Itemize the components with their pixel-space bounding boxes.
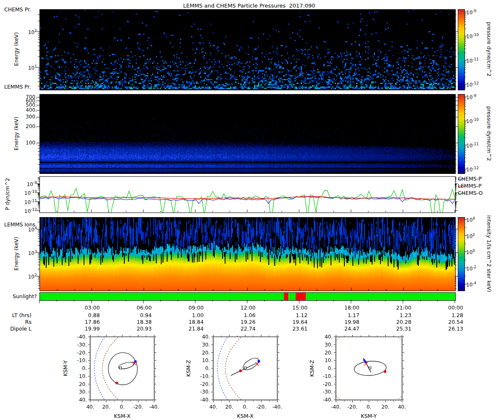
ephemeris-value: 1.28 xyxy=(434,312,463,318)
tick-label: 102 xyxy=(466,233,475,239)
orbit-ytick-label: 10. xyxy=(194,357,210,363)
sunlight-off-segment xyxy=(284,293,288,300)
orbit-xtick-label: -20. xyxy=(344,404,361,410)
orbit2-xlabel: KSM-X xyxy=(228,413,262,419)
ephemeris-value: 22.74 xyxy=(226,326,256,332)
orbit-xtick-label: 0. xyxy=(114,404,131,410)
legend-label-chems-o: CHEMS-O xyxy=(458,190,483,196)
spectrogram-lemms-ions xyxy=(39,217,456,291)
ephemeris-value: 19.99 xyxy=(71,326,100,332)
orbit-xtick-label: 40. xyxy=(82,404,99,410)
ephemeris-value: 19.98 xyxy=(330,319,360,325)
ephemeris-row-label-rs: Rs xyxy=(0,319,32,325)
tick-label: 100. xyxy=(18,140,37,146)
tick-label: 10-9 xyxy=(466,94,476,100)
time-tick-label: 03:00 xyxy=(71,304,100,311)
colorbar1-label: pressure dyne/cm^2 xyxy=(486,22,492,77)
ephemeris-value: 21.84 xyxy=(174,326,204,332)
colorbar4-label: intensity 1/(s cm^2 ster keV) xyxy=(486,215,492,292)
tick-label: 100 xyxy=(466,249,475,255)
orbit-ytick-label: 20. xyxy=(71,381,87,387)
ephemeris-value: 18.84 xyxy=(174,319,204,325)
spectrogram-chems-canvas xyxy=(40,10,455,90)
tick-label: 102 xyxy=(18,29,37,35)
ephemeris-value: 1.00 xyxy=(174,312,204,318)
colorbar-pressure-2 xyxy=(458,94,465,174)
orbit-ytick-label: 30. xyxy=(317,342,333,348)
tick-label: 10-4 xyxy=(466,281,476,288)
tick-label: 10-11 xyxy=(466,142,479,149)
time-tick-label: 00:00 xyxy=(434,304,463,311)
orbit-xtick-label: 40. xyxy=(205,404,222,410)
ephemeris-value: 20.54 xyxy=(434,319,463,325)
spectrogram-chems-pressure xyxy=(39,9,456,90)
figure-root: LEMMS and CHEMS Particle Pressures 2017:… xyxy=(0,0,504,420)
legend-entry-lemms-p: LEMMS-P xyxy=(458,184,481,190)
tick-label: 10-9 xyxy=(466,9,476,16)
tick-label: 104 xyxy=(466,216,475,223)
orbit3-xlabel: KSM-Y xyxy=(352,413,386,419)
tick-label: 102 xyxy=(18,273,37,280)
orbit2-ylabel: KSM-Z xyxy=(185,360,192,377)
ephemeris-value: 23.61 xyxy=(278,326,307,332)
tick-label: 10-11 xyxy=(466,57,479,64)
time-tick-label: 15:00 xyxy=(278,304,307,311)
panel1-ylabel: Energy (keV) xyxy=(13,32,19,66)
orbit-ytick-label: -30. xyxy=(71,342,87,348)
legend-entry-chems-p: CHEMS-P xyxy=(458,176,482,183)
sunlight-off-segment xyxy=(296,293,306,300)
orbit-xtick-label: 0. xyxy=(361,404,378,410)
tick-label: 10-12 xyxy=(466,166,479,173)
orbit-ytick-label: -10. xyxy=(317,373,333,379)
orbit-xtick-label: -40. xyxy=(269,404,286,410)
orbit-xtick-label: -40. xyxy=(328,404,344,410)
ephemeris-value: 1.06 xyxy=(226,312,256,318)
orbit-xtick-label: -20. xyxy=(130,404,147,410)
orbit-ytick-label: -20. xyxy=(317,381,333,387)
ephemeris-value: 24.47 xyxy=(330,326,360,332)
ephemeris-row-label-lt: LT (hrs) xyxy=(0,312,32,318)
tick-label: 200. xyxy=(18,123,37,129)
orbit1-xlabel: KSM-X xyxy=(105,413,139,419)
orbit-plot-2 xyxy=(213,337,277,400)
tick-label: 104 xyxy=(18,226,37,233)
panel2-side-label: LEMMS Pr. xyxy=(4,84,31,90)
legend-entry-chems-o: CHEMS-O xyxy=(458,191,483,197)
time-tick-label: 09:00 xyxy=(174,304,204,311)
orbit-ytick-label: 40. xyxy=(71,397,87,403)
orbit-xtick-label: -40. xyxy=(146,404,163,410)
tick-label: 10-12 xyxy=(18,207,37,214)
ephemeris-value: 18.38 xyxy=(122,319,152,325)
orbit-ytick-label: 40. xyxy=(194,334,210,340)
orbit-ytick-label: 10. xyxy=(71,373,87,379)
spectrogram-ions-canvas xyxy=(40,218,455,291)
ephemeris-value: 26.13 xyxy=(434,326,463,332)
orbit-plot-3 xyxy=(325,327,412,410)
time-tick-label: 06:00 xyxy=(122,304,152,311)
orbit3-ylabel: KSM-Z xyxy=(309,360,315,377)
tick-label: 10-10 xyxy=(18,189,37,196)
ephemeris-value: 20.93 xyxy=(122,326,152,332)
tick-label: 10-11 xyxy=(18,199,37,205)
tick-label: 101 xyxy=(18,64,37,71)
orbit-ytick-label: -10. xyxy=(194,373,210,379)
panel1-side-label: CHEMS Pr. xyxy=(4,6,31,13)
spectrogram-lemms-pressure xyxy=(39,94,456,174)
orbit-ytick-label: -30. xyxy=(194,389,210,395)
orbit-ytick-label: 0. xyxy=(194,365,210,371)
time-tick-label: 21:00 xyxy=(382,304,411,311)
line-legend: CHEMS-P LEMMS-P CHEMS-O xyxy=(458,176,504,202)
ephemeris-value: 20.28 xyxy=(382,319,411,325)
orbit-ytick-label: 0. xyxy=(317,365,333,371)
orbit-xtick-label: 20. xyxy=(377,404,394,410)
orbit-xtick-label: 0. xyxy=(237,404,254,410)
orbit-ytick-label: 30. xyxy=(194,342,210,348)
ephemeris-value: 19.26 xyxy=(226,319,256,325)
orbit-xtick-label: -20. xyxy=(253,404,270,410)
ephemeris-value: 0.94 xyxy=(122,312,152,318)
orbit-xtick-label: 20. xyxy=(98,404,115,410)
tick-label: 400. xyxy=(18,107,37,113)
orbit-xtick-label: 20. xyxy=(221,404,238,410)
tick-label: 300. xyxy=(18,114,37,120)
ephemeris-value: 19.64 xyxy=(278,319,307,325)
